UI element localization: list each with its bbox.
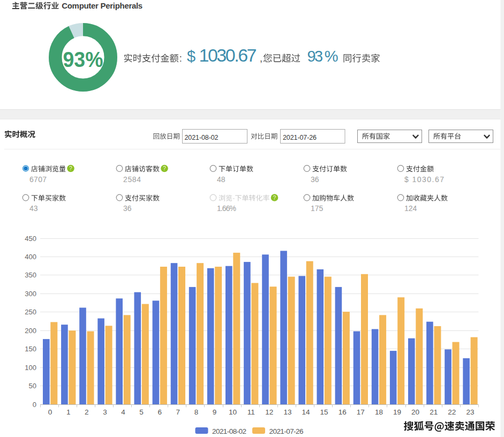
svg-text:?: ? <box>69 165 72 171</box>
svg-text:150: 150 <box>25 345 36 353</box>
svg-text:17: 17 <box>357 408 365 416</box>
svg-text:6707: 6707 <box>29 175 47 184</box>
svg-text:250: 250 <box>25 308 36 316</box>
svg-text:1030.67: 1030.67 <box>199 45 257 65</box>
svg-text:18: 18 <box>375 408 383 416</box>
svg-text:4: 4 <box>121 408 125 416</box>
svg-text:16: 16 <box>338 408 347 416</box>
svg-text:13: 13 <box>283 408 291 416</box>
svg-text::: : <box>179 53 182 64</box>
svg-text:2021-08-02: 2021-08-02 <box>185 134 219 141</box>
svg-text:100: 100 <box>25 364 36 372</box>
svg-text:10: 10 <box>229 408 237 416</box>
svg-text:43: 43 <box>29 204 38 213</box>
svg-text:22: 22 <box>448 408 456 416</box>
svg-text:19: 19 <box>393 408 401 416</box>
svg-text:15: 15 <box>320 408 328 416</box>
svg-text:,: , <box>260 53 262 64</box>
svg-text:300: 300 <box>25 290 36 298</box>
svg-text:124: 124 <box>404 204 417 213</box>
svg-text:2021-08-02: 2021-08-02 <box>212 427 246 435</box>
svg-text:9: 9 <box>213 408 217 416</box>
svg-text:2: 2 <box>85 408 89 416</box>
svg-text:21: 21 <box>430 408 438 416</box>
svg-text:200: 200 <box>25 327 36 335</box>
svg-text:11: 11 <box>247 408 255 416</box>
svg-text:2584: 2584 <box>123 175 141 184</box>
svg-text:450: 450 <box>25 235 36 243</box>
svg-text:2021-07-26: 2021-07-26 <box>269 427 304 435</box>
svg-text:23: 23 <box>466 408 474 416</box>
svg-text:2021-07-26: 2021-07-26 <box>283 134 317 141</box>
svg-text:93 %: 93 % <box>307 48 338 65</box>
svg-text:175: 175 <box>311 204 324 213</box>
svg-text:1: 1 <box>66 408 71 416</box>
svg-text:12: 12 <box>265 408 273 416</box>
svg-text:400: 400 <box>25 253 36 261</box>
svg-text:36: 36 <box>311 175 319 184</box>
svg-text:Computer Peripherals: Computer Peripherals <box>62 1 142 10</box>
svg-text:5: 5 <box>139 408 144 416</box>
svg-text:1.66%: 1.66% <box>217 204 236 213</box>
svg-text:$ 1030.67: $ 1030.67 <box>404 175 444 184</box>
svg-text:?: ? <box>273 194 276 201</box>
svg-text:20: 20 <box>411 408 419 416</box>
svg-text:7: 7 <box>176 408 180 416</box>
svg-text:48: 48 <box>217 175 225 184</box>
svg-text:0: 0 <box>33 401 36 409</box>
svg-text:0: 0 <box>48 408 52 416</box>
svg-text:93%: 93% <box>63 48 103 71</box>
svg-text:50: 50 <box>29 382 36 390</box>
svg-text:3: 3 <box>103 408 107 416</box>
svg-text:350: 350 <box>25 271 36 279</box>
svg-text:?: ? <box>163 165 166 171</box>
svg-text:$: $ <box>187 48 195 65</box>
svg-text:14: 14 <box>302 408 310 416</box>
svg-text:36: 36 <box>123 204 132 213</box>
svg-text:6: 6 <box>157 408 162 416</box>
svg-text:8: 8 <box>194 408 199 416</box>
